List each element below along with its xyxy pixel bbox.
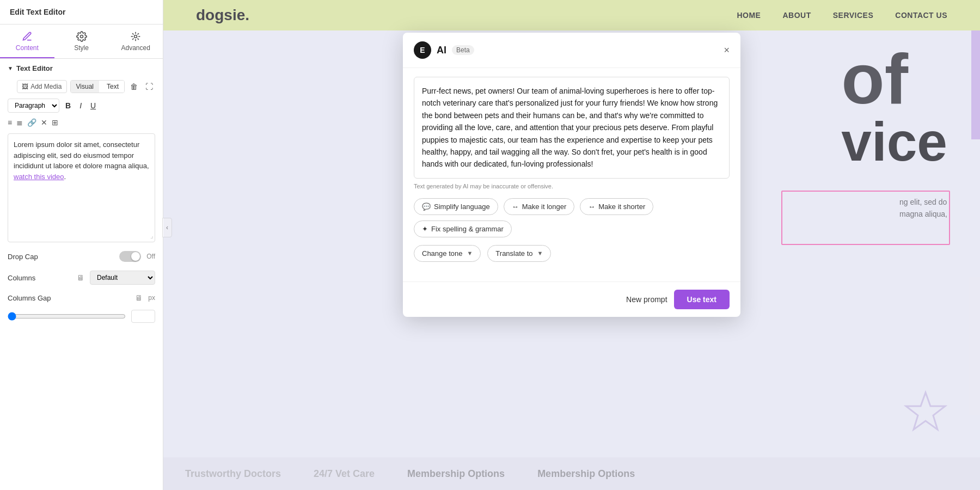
modal-close-button[interactable]: × [724,45,730,55]
view-toggle: Visual Text [70,80,125,93]
add-media-icon: 🖼 [22,83,28,90]
link-icon[interactable]: 🔗 [27,118,36,127]
svg-line-4 [132,33,133,34]
panel-tabs: Content Style Advanced [0,24,163,59]
modal-title: AI [437,45,446,56]
longer-icon: ↔ [512,203,519,211]
toolbar-row: 🖼 Add Media Visual Text 🗑 ⛶ [0,78,163,95]
columns-gap-label: Columns Gap [8,294,130,302]
columns-gap-slider[interactable] [8,312,126,321]
body-link[interactable]: watch this video [14,173,64,181]
bold-button[interactable]: B [63,100,74,111]
translate-to-dropdown[interactable]: Translate to ▼ [487,245,551,262]
tab-style[interactable]: Style [54,24,109,58]
fix-icon: ✦ [422,225,428,233]
columns-row: Columns 🖥 Default [0,266,163,289]
tab-content-label: Content [16,44,39,52]
svg-line-9 [138,33,139,34]
unlink-icon[interactable]: ✕ [41,118,47,127]
text-editor-header[interactable]: ▼ Text Editor [0,59,163,78]
translate-arrow-icon: ▼ [537,250,543,256]
translate-to-label: Translate to [495,249,532,258]
ai-generated-text[interactable]: Purr-fect news, pet owners! Our team of … [414,77,730,179]
svg-point-0 [80,35,83,38]
simplify-label: Simplify language [434,203,490,211]
list-ordered-icon[interactable]: ≣ [16,118,23,127]
modal-logo: E [414,41,431,59]
content-area[interactable]: Lorem ipsum dolor sit amet, consectetur … [8,133,155,242]
drop-cap-row: Drop Cap Off [0,247,163,266]
make-shorter-label: Make it shorter [598,203,645,211]
tab-style-label: Style [74,44,89,52]
drop-cap-label: Drop Cap [8,253,114,261]
paragraph-select[interactable]: Paragraph [8,99,59,113]
change-tone-label: Change tone [422,249,462,258]
columns-device-icon: 🖥 [77,273,84,282]
make-longer-label: Make it longer [522,203,567,211]
fix-spelling-button[interactable]: ✦ Fix spelling & grammar [414,220,512,237]
modal-logo-text: E [420,46,425,54]
list-unordered-icon[interactable]: ≡ [8,118,12,127]
toggle-knob [131,252,140,261]
make-shorter-button[interactable]: ↔ Make it shorter [580,198,653,215]
website-background: dogsie. HOME ABOUT SERVICES CONTACT US o… [163,0,980,490]
change-tone-dropdown[interactable]: Change tone ▼ [414,245,481,262]
left-panel: Edit Text Editor Content Style Advanced … [0,0,163,490]
ai-disclaimer: Text generated by AI may be inaccurate o… [414,183,730,189]
body-text-end: . [64,173,66,181]
modal-footer: New prompt Use text [403,281,740,317]
columns-label: Columns [8,274,71,282]
new-prompt-button[interactable]: New prompt [626,295,667,304]
tab-advanced[interactable]: Advanced [108,24,163,58]
modal-overlay: E AI Beta × Purr-fect news, pet owners! … [163,0,980,490]
change-tone-arrow-icon: ▼ [467,250,473,256]
main-area: dogsie. HOME ABOUT SERVICES CONTACT US o… [163,0,980,490]
use-text-button[interactable]: Use text [674,290,730,309]
columns-select[interactable]: Default [90,271,155,285]
slider-row [0,307,163,326]
italic-button[interactable]: I [77,100,84,111]
text-editor-label: Text Editor [16,64,53,72]
drop-cap-off-label: Off [146,253,155,260]
expand-icon[interactable]: ⛶ [143,80,155,93]
chevron-down-icon: ▼ [8,65,13,71]
format-icons-row: ≡ ≣ 🔗 ✕ ⊞ [0,116,163,129]
modal-badge: Beta [452,45,474,55]
add-media-label: Add Media [30,83,62,90]
format-row: Paragraph B I U [0,95,163,116]
modal-body: Purr-fect news, pet owners! Our team of … [403,68,740,281]
table-icon[interactable]: ⊞ [52,118,58,127]
columns-gap-device-icon: 🖥 [135,293,143,302]
svg-line-8 [132,39,133,40]
text-btn[interactable]: Text [101,81,124,93]
action-pills: 💬 Simplify language ↔ Make it longer ↔ M… [414,198,730,237]
resize-handle[interactable]: ⌟ [150,231,154,241]
underline-button[interactable]: U [88,100,99,111]
modal-header: E AI Beta × [403,33,740,68]
make-longer-button[interactable]: ↔ Make it longer [504,198,575,215]
simplify-language-button[interactable]: 💬 Simplify language [414,198,498,215]
panel-title: Edit Text Editor [0,0,163,24]
visual-btn[interactable]: Visual [71,81,99,93]
drop-cap-toggle[interactable] [119,251,141,262]
fix-spelling-label: Fix spelling & grammar [431,225,504,233]
svg-point-1 [134,35,137,38]
dropdown-row: Change tone ▼ Translate to ▼ [414,245,730,262]
tab-advanced-label: Advanced [121,44,150,52]
columns-gap-unit: px [148,294,155,302]
shorter-icon: ↔ [588,203,595,211]
columns-gap-row: Columns Gap 🖥 px [0,289,163,307]
add-media-button[interactable]: 🖼 Add Media [17,80,66,93]
body-text: Lorem ipsum dolor sit amet, consectetur … [14,140,149,170]
svg-line-5 [138,39,139,40]
ai-modal: E AI Beta × Purr-fect news, pet owners! … [403,33,740,317]
columns-gap-value[interactable] [131,310,155,323]
simplify-icon: 💬 [422,203,431,211]
delete-icon[interactable]: 🗑 [128,80,140,93]
tab-content[interactable]: Content [0,24,54,58]
text-editor-section: ▼ Text Editor 🖼 Add Media Visual Text 🗑 … [0,59,163,490]
